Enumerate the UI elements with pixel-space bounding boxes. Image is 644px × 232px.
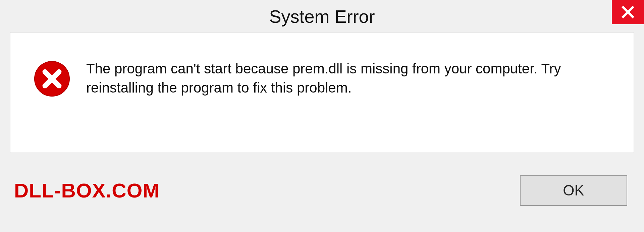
ok-button[interactable]: OK xyxy=(520,175,627,206)
titlebar: System Error xyxy=(0,0,644,31)
close-icon xyxy=(621,5,635,19)
dialog-footer: DLL-BOX.COM OK xyxy=(10,153,634,227)
error-message: The program can't start because prem.dll… xyxy=(86,59,613,97)
dialog-title: System Error xyxy=(269,6,375,27)
ok-button-label: OK xyxy=(563,182,584,199)
error-icon xyxy=(34,61,70,97)
watermark-text: DLL-BOX.COM xyxy=(14,179,160,202)
close-button[interactable] xyxy=(612,0,644,24)
dialog-content: The program can't start because prem.dll… xyxy=(10,32,634,153)
